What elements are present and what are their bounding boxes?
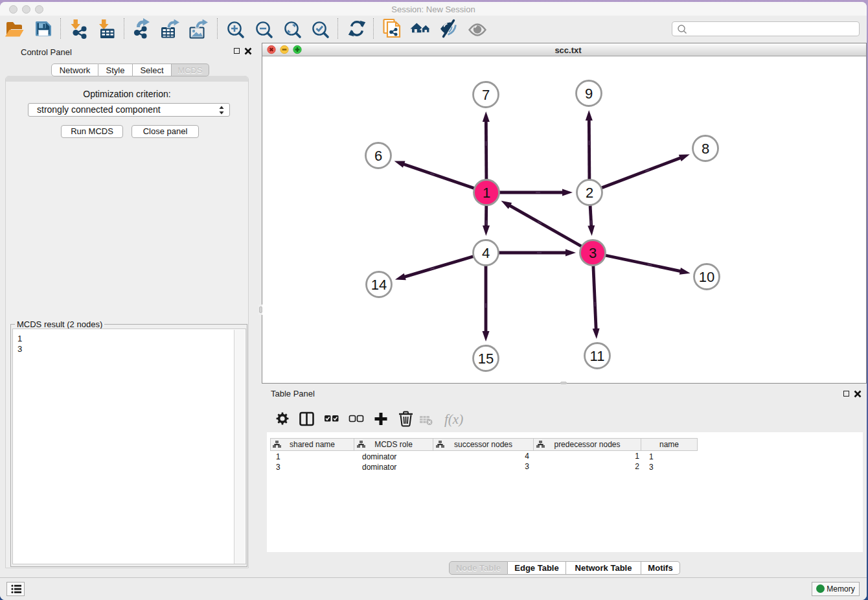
svg-text:9: 9: [585, 86, 593, 102]
svg-text:10: 10: [699, 269, 714, 285]
svg-text:15: 15: [478, 351, 494, 367]
svg-text:14: 14: [371, 277, 387, 293]
svg-text:1: 1: [483, 185, 490, 201]
svg-text:4: 4: [482, 245, 490, 261]
svg-text:2: 2: [586, 185, 593, 201]
svg-text:f(x): f(x): [444, 411, 463, 427]
svg-text:6: 6: [374, 148, 382, 164]
svg-text:3: 3: [589, 245, 597, 261]
svg-text:8: 8: [702, 141, 709, 157]
svg-text:11: 11: [590, 348, 605, 364]
svg-text:7: 7: [482, 87, 490, 103]
